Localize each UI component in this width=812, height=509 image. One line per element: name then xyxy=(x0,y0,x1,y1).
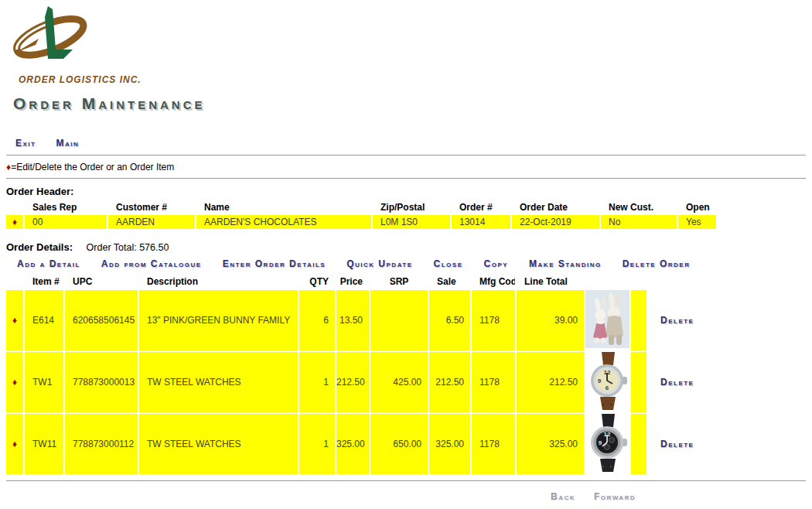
order-header-row: ♦ 00 AARDEN AARDEN'S CHOCOLATES L0M 1S0 … xyxy=(6,215,716,229)
col-sales-rep: Sales Rep xyxy=(25,201,107,214)
order-logistics-logo-icon xyxy=(8,5,91,70)
divider xyxy=(6,480,806,481)
enter-order-details-link[interactable]: Enter Order Details xyxy=(223,258,326,271)
col-description: Description xyxy=(139,275,298,289)
item-value: TW11 xyxy=(25,414,63,474)
order-total-label: Order Total: xyxy=(87,242,137,253)
legend-text: =Edit/Delete the Order or an Order Item xyxy=(11,162,174,173)
quick-update-link[interactable]: Quick Update xyxy=(346,258,412,271)
open-value: Yes xyxy=(678,215,716,229)
col-name: Name xyxy=(196,201,371,214)
upc-value: 620658506145 xyxy=(65,290,138,350)
detail-row: ♦ TW1 778873000013 TW STEEL WATCHES 1 21… xyxy=(6,352,810,412)
item-value: TW1 xyxy=(25,352,63,412)
order-no-value: 13014 xyxy=(452,215,510,229)
order-actions: Add a Detail Add from Catalogue Enter Or… xyxy=(0,258,812,271)
order-header-table: Sales Rep Customer # Name Zip/Postal Ord… xyxy=(5,200,718,231)
col-open: Open xyxy=(678,201,716,214)
col-order-date: Order Date xyxy=(512,201,599,214)
order-total-value: 576.50 xyxy=(139,242,169,253)
tw-steel-watch-brown-product-image: 12 9 6 xyxy=(585,352,629,410)
svg-text:9: 9 xyxy=(599,439,602,446)
name-value: AARDEN'S CHOCOLATES xyxy=(196,215,371,229)
sale-value: 325.00 xyxy=(429,414,470,474)
qty-value: 6 xyxy=(299,290,335,350)
description-value: TW STEEL WATCHES xyxy=(139,414,298,474)
col-customer: Customer # xyxy=(108,201,195,214)
srp-value: 425.00 xyxy=(370,352,428,412)
mfg-code-value: 1178 xyxy=(472,352,515,412)
close-link[interactable]: Close xyxy=(434,258,463,271)
srp-value xyxy=(370,290,428,350)
description-value: TW STEEL WATCHES xyxy=(139,352,298,412)
delete-item-link[interactable]: Delete xyxy=(660,315,694,326)
edit-item-icon[interactable]: ♦ xyxy=(12,377,17,388)
detail-row: ♦ TW11 778873000112 TW STEEL WATCHES 1 3… xyxy=(6,414,810,474)
order-details-columns: Item # UPC Description QTY Price SRP Sal… xyxy=(6,275,810,289)
sale-value: 6.50 xyxy=(429,290,470,350)
page-title: Order Maintenance xyxy=(13,94,812,113)
delete-item-link[interactable]: Delete xyxy=(660,377,694,388)
svg-text:9: 9 xyxy=(598,377,602,384)
col-zip: Zip/Postal xyxy=(373,201,450,214)
pagination: Back Forward xyxy=(0,491,812,504)
price-value: 212.50 xyxy=(336,352,369,412)
col-mfg-code: Mfg Code xyxy=(472,275,515,289)
edit-item-icon[interactable]: ♦ xyxy=(12,439,17,449)
qty-value: 1 xyxy=(299,352,335,412)
item-value: E614 xyxy=(25,290,63,350)
srp-value: 650.00 xyxy=(370,414,428,474)
make-standing-link[interactable]: Make Standing xyxy=(529,258,602,271)
add-from-catalogue-link[interactable]: Add from Catalogue xyxy=(101,258,202,271)
exit-link-top[interactable]: Exit xyxy=(15,138,36,150)
qty-value: 1 xyxy=(299,414,335,474)
customer-value: AARDEN xyxy=(108,215,195,229)
order-header-columns: Sales Rep Customer # Name Zip/Postal Ord… xyxy=(6,201,716,214)
col-upc: UPC xyxy=(65,275,138,289)
new-cust-value: No xyxy=(601,215,677,229)
detail-row: ♦ E614 620658506145 13" PINK/GREEN BUNNY… xyxy=(6,290,810,350)
mfg-code-value: 1178 xyxy=(472,290,515,350)
mfg-code-value: 1178 xyxy=(472,414,515,474)
legend: ♦=Edit/Delete the Order or an Order Item xyxy=(0,155,812,178)
order-date-value: 22-Oct-2019 xyxy=(512,215,599,229)
col-sale: Sale xyxy=(429,275,470,289)
top-nav: Exit Main xyxy=(0,138,812,150)
logo-block: ORDER LOGISTICS INC. xyxy=(0,0,812,85)
col-srp: SRP xyxy=(370,275,428,289)
zip-value: L0M 1S0 xyxy=(373,215,450,229)
col-line-total: Line Total xyxy=(517,275,584,289)
sale-value: 212.50 xyxy=(429,352,470,412)
upc-value: 778873000013 xyxy=(65,352,138,412)
description-value: 13" PINK/GREEN BUNNY FAMILY xyxy=(139,290,298,350)
svg-text:6: 6 xyxy=(606,384,609,391)
order-details-table: Item # UPC Description QTY Price SRP Sal… xyxy=(5,273,812,476)
line-total-value: 39.00 xyxy=(517,290,584,350)
line-total-value: 325.00 xyxy=(517,414,584,474)
divider xyxy=(6,178,806,179)
col-qty: QTY xyxy=(299,275,335,289)
edit-order-icon[interactable]: ♦ xyxy=(12,217,17,227)
copy-link[interactable]: Copy xyxy=(484,258,509,271)
col-order-no: Order # xyxy=(452,201,510,214)
delete-item-link[interactable]: Delete xyxy=(660,439,694,449)
main-link-top[interactable]: Main xyxy=(56,138,79,150)
back-link[interactable]: Back xyxy=(551,491,575,504)
add-a-detail-link[interactable]: Add a Detail xyxy=(17,258,80,271)
sales-rep-value: 00 xyxy=(25,215,107,229)
bunny-family-product-image xyxy=(585,290,629,348)
price-value: 325.00 xyxy=(336,414,369,474)
order-details-title: Order Details: xyxy=(6,241,73,253)
order-header-title: Order Header: xyxy=(6,186,812,197)
tw-steel-watch-black-product-image: 12 9 xyxy=(585,414,629,472)
line-total-value: 212.50 xyxy=(517,352,584,412)
delete-order-link[interactable]: Delete Order xyxy=(623,258,691,271)
col-item: Item # xyxy=(25,275,63,289)
price-value: 13.50 xyxy=(336,290,369,350)
edit-item-icon[interactable]: ♦ xyxy=(12,315,17,326)
forward-link[interactable]: Forward xyxy=(594,491,636,504)
brand-text: ORDER LOGISTICS INC. xyxy=(19,74,812,85)
order-details-header: Order Details: Order Total: 576.50 xyxy=(6,241,812,253)
col-new-cust: New Cust. xyxy=(601,201,677,214)
upc-value: 778873000112 xyxy=(65,414,138,474)
